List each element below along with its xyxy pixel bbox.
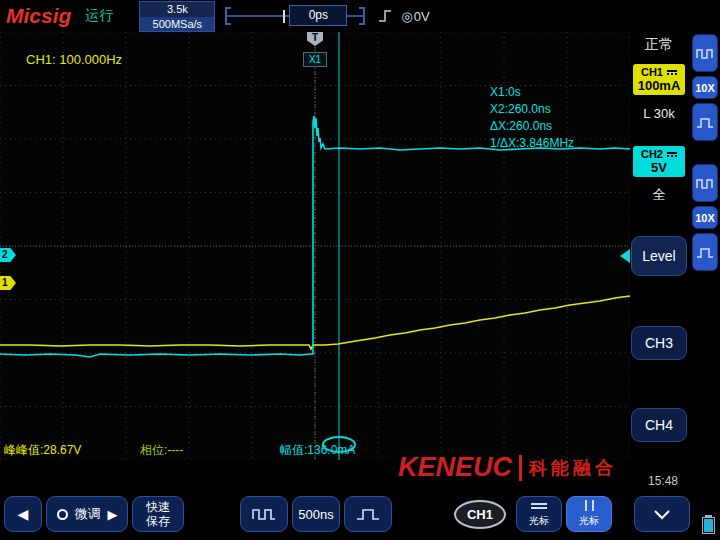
vertical-cursor-button[interactable]: 光标	[566, 496, 612, 532]
top-status-bar: Micsig 运行 3.5k 500MSa/s 0ps ◎ 0V	[0, 0, 720, 32]
battery-icon	[702, 515, 715, 534]
horizontal-cursor-label: 光标	[529, 514, 549, 528]
fine-tune-button[interactable]: 微调 ▶	[46, 496, 128, 532]
fine-tune-label: 微调	[75, 505, 101, 523]
ch1-waveform-icon[interactable]	[692, 34, 718, 72]
ch1-button[interactable]: CH1 100mA	[633, 64, 685, 95]
watermark-divider	[519, 455, 522, 481]
dc-coupling-icon	[667, 70, 677, 75]
square-wave-icon	[252, 507, 276, 522]
ch2-probe-10x-button[interactable]: 10X	[692, 206, 718, 229]
trigger-slope-rising-icon[interactable]	[377, 8, 393, 24]
ch1-bandwidth-label: L 30k	[630, 106, 688, 121]
dc-coupling-icon	[667, 152, 677, 157]
keneuc-watermark: KENEUC 科能融合	[398, 452, 617, 483]
measurement-vpp: 峰峰值:28.67V	[4, 442, 81, 459]
sample-rate: 500MSa/s	[140, 17, 214, 31]
bottom-toolbar: ◀ 微调 ▶ 快速 保存 500ns CH1 光标 光标	[0, 488, 720, 540]
ch2-coupling-icon[interactable]	[692, 233, 718, 271]
cursor-inv-dx-value: 1/ΔX:3.846MHz	[490, 135, 574, 152]
single-pulse-icon	[356, 507, 380, 522]
ch2-label: CH2	[641, 148, 663, 160]
timebase-button[interactable]: 500ns	[292, 496, 340, 532]
quick-save-line1: 快速	[146, 500, 170, 514]
pulse-mode-button[interactable]	[344, 496, 392, 532]
collapse-menu-button[interactable]	[634, 496, 690, 532]
ch2-scale-value: 5V	[633, 160, 685, 175]
ch2-waveform-icon[interactable]	[692, 164, 718, 202]
cursor-x1-value: X1:0s	[490, 84, 574, 101]
ch3-button[interactable]: CH3	[631, 326, 687, 360]
acquisition-info[interactable]: 3.5k 500MSa/s	[139, 1, 215, 32]
cursor-dx-value: ΔX:260.0ns	[490, 118, 574, 135]
vertical-cursor-label: 光标	[579, 514, 599, 528]
timeline-left-bracket-icon	[225, 7, 231, 25]
level-button[interactable]: Level	[631, 236, 687, 276]
quick-save-button[interactable]: 快速 保存	[132, 496, 184, 532]
ch1-frequency-readout: CH1: 100.000Hz	[26, 52, 122, 67]
cursor-readout: X1:0s X2:260.0ns ΔX:260.0ns 1/ΔX:3.846MH…	[490, 84, 574, 152]
quick-save-line2: 保存	[146, 514, 170, 528]
horizontal-cursor-button[interactable]: 光标	[516, 496, 562, 532]
trigger-source-icon: ◎	[401, 9, 412, 24]
trigger-source-button[interactable]: CH1	[452, 496, 508, 532]
oscilloscope-screen: Micsig 运行 3.5k 500MSa/s 0ps ◎ 0V CH1: 10…	[0, 0, 720, 540]
run-status[interactable]: 运行	[85, 7, 113, 25]
ch1-label: CH1	[641, 66, 663, 78]
ch1-coupling-icon[interactable]	[692, 103, 718, 141]
trigger-mode-label: 正常	[630, 36, 688, 54]
horizontal-offset-value[interactable]: 0ps	[289, 5, 347, 26]
previous-button[interactable]: ◀	[4, 496, 42, 532]
ch2-button[interactable]: CH2 5V	[633, 146, 685, 177]
brand-logo: Micsig	[6, 4, 71, 28]
cursor-x1-handle[interactable]: X1	[303, 52, 327, 67]
watermark-chinese: 科能融合	[529, 456, 617, 480]
cursor-x2-value: X2:260.0ns	[490, 101, 574, 118]
watermark-brand: KENEUC	[398, 452, 512, 483]
vertical-cursor-icon	[585, 500, 594, 511]
ch4-button[interactable]: CH4	[631, 408, 687, 442]
waveform-mode-button[interactable]	[240, 496, 288, 532]
trigger-position-tick-icon	[283, 10, 285, 23]
measurement-amplitude: 幅值:136.0mA	[280, 442, 355, 459]
measurement-phase: 相位:----	[140, 442, 183, 459]
trigger-source-value: CH1	[454, 500, 506, 529]
play-icon: ▶	[108, 507, 118, 522]
memory-depth: 3.5k	[140, 2, 214, 17]
trigger-level-indicator[interactable]: ◎ 0V	[401, 9, 429, 24]
right-control-panel: 正常 CH1 100mA L 30k CH2 5V 全 Level CH3 CH…	[630, 32, 720, 488]
horizontal-cursor-icon	[531, 501, 547, 511]
ch1-scale-value: 100mA	[633, 78, 685, 93]
ch2-bandwidth-label: 全	[630, 186, 688, 204]
clock: 15:48	[648, 474, 678, 488]
ch1-probe-10x-button[interactable]: 10X	[692, 76, 718, 99]
knob-circle-icon	[57, 509, 68, 520]
waveform-display[interactable]: CH1: 100.000Hz X1:0s X2:260.0ns ΔX:260.0…	[0, 32, 630, 460]
horizontal-position-slider[interactable]: 0ps	[225, 4, 365, 28]
timeline-right-bracket-icon	[359, 7, 365, 25]
trigger-level-value: 0V	[414, 9, 430, 24]
chevron-down-icon	[651, 508, 673, 521]
